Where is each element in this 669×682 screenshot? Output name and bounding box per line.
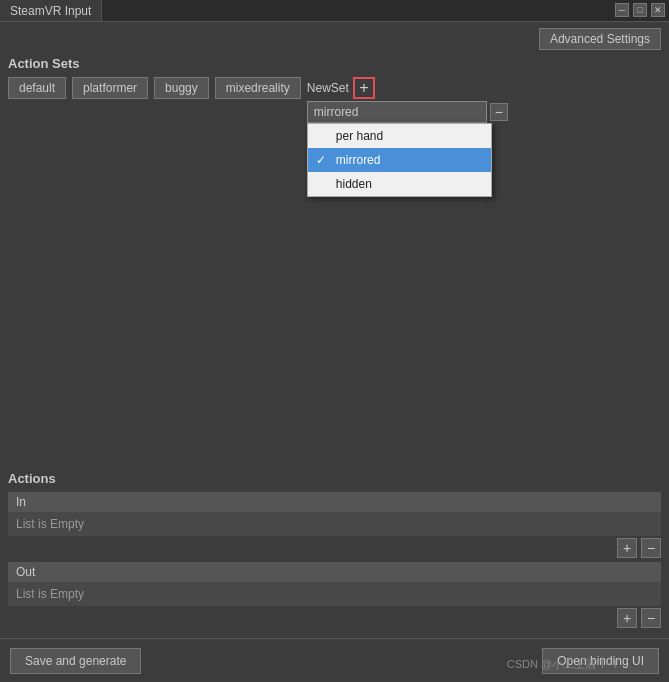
dropdown-item-mirrored[interactable]: ✓ mirrored: [308, 148, 491, 172]
new-set-header: NewSet +: [307, 77, 508, 99]
minimize-button[interactable]: ─: [615, 3, 629, 17]
remove-in-action-button[interactable]: −: [641, 538, 661, 558]
action-sets-section: Action Sets default platformer buggy mix…: [8, 56, 661, 123]
title-bar-controls: ─ □ ✕: [615, 3, 665, 17]
action-group-out-controls: + −: [8, 608, 661, 628]
new-set-label: NewSet: [307, 81, 349, 95]
dropdown-item-hidden[interactable]: hidden: [308, 172, 491, 196]
advanced-settings-bar: Advanced Settings: [8, 28, 661, 50]
dropdown-label-mirrored: mirrored: [336, 153, 381, 167]
dropdown-popup: per hand ✓ mirrored hidden: [307, 123, 492, 197]
main-content: Advanced Settings Action Sets default pl…: [0, 22, 669, 129]
add-out-action-button[interactable]: +: [617, 608, 637, 628]
action-set-default[interactable]: default: [8, 77, 66, 99]
check-icon: ✓: [316, 153, 326, 167]
action-sets-title: Action Sets: [8, 56, 661, 71]
restore-button[interactable]: □: [633, 3, 647, 17]
action-set-mixedreality[interactable]: mixedreality: [215, 77, 301, 99]
close-button[interactable]: ✕: [651, 3, 665, 17]
remove-set-button[interactable]: −: [490, 103, 508, 121]
action-group-in-controls: + −: [8, 538, 661, 558]
save-generate-button[interactable]: Save and generate: [10, 648, 141, 674]
action-sets-row: default platformer buggy mixedreality Ne…: [8, 77, 661, 123]
action-group-in: In List is Empty + −: [8, 492, 661, 558]
action-group-out: Out List is Empty + −: [8, 562, 661, 628]
dropdown-label-per-hand: per hand: [336, 129, 383, 143]
action-group-out-label: Out: [8, 562, 661, 582]
set-type-select[interactable]: per hand mirrored hidden: [307, 101, 487, 123]
action-list-out-empty: List is Empty: [8, 582, 661, 606]
actions-section: Actions In List is Empty + − Out List is…: [8, 471, 661, 632]
title-tab-label: SteamVR Input: [10, 4, 91, 18]
advanced-settings-button[interactable]: Advanced Settings: [539, 28, 661, 50]
action-set-platformer[interactable]: platformer: [72, 77, 148, 99]
actions-title: Actions: [8, 471, 661, 486]
action-group-in-label: In: [8, 492, 661, 512]
remove-out-action-button[interactable]: −: [641, 608, 661, 628]
select-container: per hand mirrored hidden −: [307, 101, 508, 123]
watermark: CSDN @小二上酒 T~T: [507, 657, 619, 672]
dropdown-label-hidden: hidden: [336, 177, 372, 191]
action-set-buggy[interactable]: buggy: [154, 77, 209, 99]
dropdown-item-per-hand[interactable]: per hand: [308, 124, 491, 148]
add-set-button[interactable]: +: [353, 77, 375, 99]
action-list-in-empty: List is Empty: [8, 512, 661, 536]
add-in-action-button[interactable]: +: [617, 538, 637, 558]
title-tab: SteamVR Input: [0, 0, 102, 21]
title-bar: SteamVR Input ─ □ ✕: [0, 0, 669, 22]
new-set-container: NewSet + per hand mirrored hidden − per …: [307, 77, 508, 123]
